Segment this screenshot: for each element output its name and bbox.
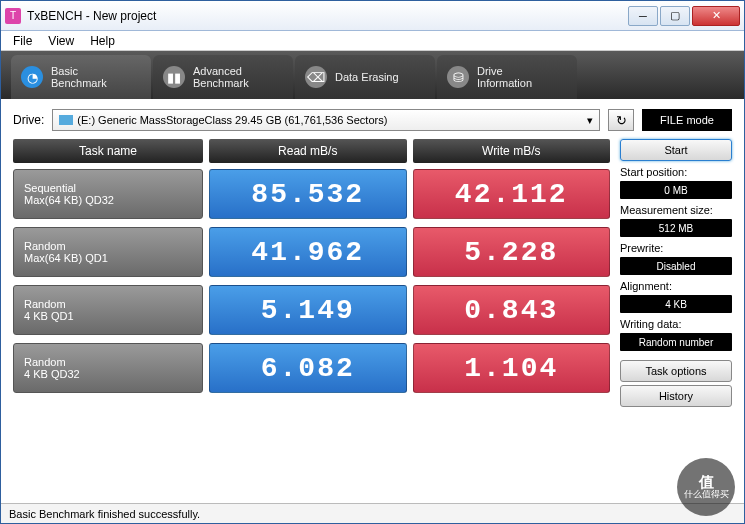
prewrite-label: Prewrite: — [620, 242, 732, 254]
menu-view[interactable]: View — [42, 34, 80, 48]
drive-row: Drive: (E:) Generic MassStorageClass 29.… — [13, 109, 732, 131]
status-bar: Basic Benchmark finished successfully. — [1, 503, 744, 523]
tab-data-erasing[interactable]: ⌫ Data Erasing — [295, 55, 435, 99]
read-value: 85.532 — [209, 169, 407, 219]
close-button[interactable]: ✕ — [692, 6, 740, 26]
tab-basic-benchmark[interactable]: ◔ Basic Benchmark — [11, 55, 151, 99]
tab-advanced-benchmark[interactable]: ▮▮ Advanced Benchmark — [153, 55, 293, 99]
tab-drive-information[interactable]: ⛁ Drive Information — [437, 55, 577, 99]
table-row: SequentialMax(64 KB) QD32 85.532 42.112 — [13, 169, 610, 219]
measurement-size-value: 512 MB — [620, 219, 732, 237]
header-write: Write mB/s — [413, 139, 611, 163]
watermark: 值 什么值得买 — [677, 458, 735, 516]
read-value: 41.962 — [209, 227, 407, 277]
maximize-button[interactable]: ▢ — [660, 6, 690, 26]
window-title: TxBENCH - New project — [27, 9, 628, 23]
tab-label: Drive Information — [477, 65, 532, 89]
task-name-cell[interactable]: Random4 KB QD1 — [13, 285, 203, 335]
tab-label: Advanced Benchmark — [193, 65, 249, 89]
menubar: File View Help — [1, 31, 744, 51]
header-task: Task name — [13, 139, 203, 163]
measurement-size-label: Measurement size: — [620, 204, 732, 216]
writing-data-label: Writing data: — [620, 318, 732, 330]
task-name-cell[interactable]: SequentialMax(64 KB) QD32 — [13, 169, 203, 219]
refresh-button[interactable]: ↻ — [608, 109, 634, 131]
menu-file[interactable]: File — [7, 34, 38, 48]
header-read: Read mB/s — [209, 139, 407, 163]
tab-label: Data Erasing — [335, 71, 399, 83]
write-value: 5.228 — [413, 227, 611, 277]
drive-select[interactable]: (E:) Generic MassStorageClass 29.45 GB (… — [52, 109, 600, 131]
app-icon: T — [5, 8, 21, 24]
refresh-icon: ↻ — [616, 113, 627, 128]
task-name-cell[interactable]: RandomMax(64 KB) QD1 — [13, 227, 203, 277]
main-tabs: ◔ Basic Benchmark ▮▮ Advanced Benchmark … — [1, 51, 744, 99]
task-name-cell[interactable]: Random4 KB QD32 — [13, 343, 203, 393]
disk-icon — [59, 115, 73, 125]
table-row: Random4 KB QD1 5.149 0.843 — [13, 285, 610, 335]
alignment-label: Alignment: — [620, 280, 732, 292]
gauge-icon: ◔ — [21, 66, 43, 88]
table-row: RandomMax(64 KB) QD1 41.962 5.228 — [13, 227, 610, 277]
writing-data-value: Random number — [620, 333, 732, 351]
prewrite-value: Disabled — [620, 257, 732, 275]
window-controls: ─ ▢ ✕ — [628, 6, 740, 26]
start-position-value: 0 MB — [620, 181, 732, 199]
alignment-value: 4 KB — [620, 295, 732, 313]
drive-selected-text: (E:) Generic MassStorageClass 29.45 GB (… — [77, 114, 587, 126]
erase-icon: ⌫ — [305, 66, 327, 88]
sidebar: Start Start position: 0 MB Measurement s… — [620, 139, 732, 407]
minimize-button[interactable]: ─ — [628, 6, 658, 26]
menu-help[interactable]: Help — [84, 34, 121, 48]
start-position-label: Start position: — [620, 166, 732, 178]
tab-label: Basic Benchmark — [51, 65, 107, 89]
status-text: Basic Benchmark finished successfully. — [9, 508, 200, 520]
read-value: 6.082 — [209, 343, 407, 393]
benchmark-grid: Task name Read mB/s Write mB/s Sequentia… — [13, 139, 610, 407]
write-value: 42.112 — [413, 169, 611, 219]
drive-icon: ⛁ — [447, 66, 469, 88]
bars-icon: ▮▮ — [163, 66, 185, 88]
titlebar: T TxBENCH - New project ─ ▢ ✕ — [1, 1, 744, 31]
history-button[interactable]: History — [620, 385, 732, 407]
drive-label: Drive: — [13, 113, 44, 127]
table-row: Random4 KB QD32 6.082 1.104 — [13, 343, 610, 393]
write-value: 1.104 — [413, 343, 611, 393]
file-mode-indicator: FILE mode — [642, 109, 732, 131]
start-button[interactable]: Start — [620, 139, 732, 161]
read-value: 5.149 — [209, 285, 407, 335]
chevron-down-icon: ▾ — [587, 114, 593, 127]
task-options-button[interactable]: Task options — [620, 360, 732, 382]
write-value: 0.843 — [413, 285, 611, 335]
